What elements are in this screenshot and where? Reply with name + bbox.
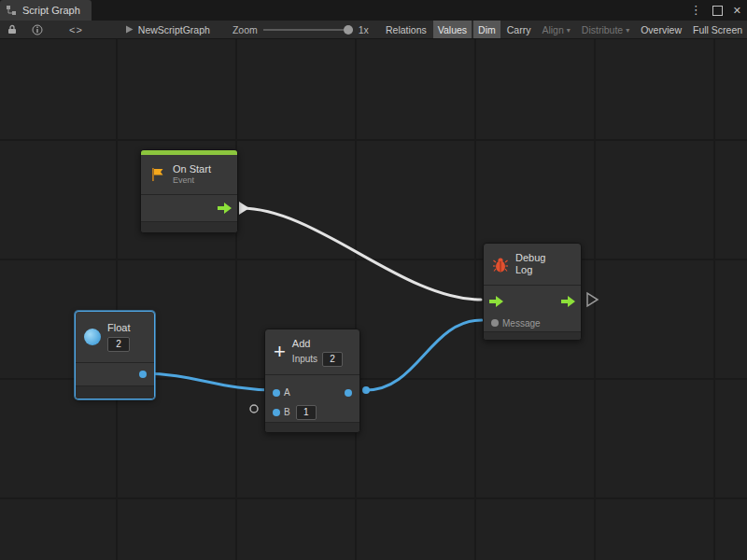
- port-row-b: B 1: [265, 402, 359, 422]
- node-title: Float: [107, 322, 130, 334]
- carry-button[interactable]: Carry: [502, 21, 536, 39]
- chevron-down-icon: ▾: [567, 26, 571, 35]
- node-float-ports: [76, 362, 154, 386]
- wire-add-to-debug[interactable]: [366, 320, 482, 390]
- node-debug-log[interactable]: Debug Log Message: [483, 243, 582, 341]
- float-output-port[interactable]: [139, 371, 147, 378]
- tab-bar: Script Graph ⋮ ✕: [0, 0, 747, 21]
- wire-float-to-add[interactable]: [144, 373, 274, 390]
- wire-onstart-to-debug[interactable]: [241, 208, 481, 300]
- flow-row: [484, 290, 581, 313]
- node-title: On Start: [173, 163, 211, 175]
- node-subtitle: Event: [173, 175, 211, 186]
- inputs-label: Inputs: [292, 354, 317, 364]
- zoom-value: 1x: [359, 24, 369, 35]
- chevron-down-icon: ▾: [626, 26, 629, 35]
- port-a-label: A: [284, 387, 290, 398]
- dim-button[interactable]: Dim: [473, 21, 500, 39]
- distribute-label: Distribute: [582, 24, 623, 35]
- node-subtitle: Log: [515, 264, 545, 276]
- node-on-start-ports: [141, 194, 237, 222]
- distribute-button[interactable]: Distribute ▾: [577, 21, 634, 39]
- node-title: Add: [292, 338, 343, 350]
- add-input-b-port[interactable]: [273, 409, 280, 416]
- wire-start-arrow: [239, 202, 249, 215]
- node-float[interactable]: Float 2: [75, 311, 155, 399]
- node-add-ports: A B 1: [265, 374, 359, 423]
- inputs-count-field[interactable]: 2: [322, 352, 343, 367]
- graph-asset-icon: [124, 24, 134, 35]
- node-on-start-header: On Start Event: [141, 155, 237, 194]
- plus-icon: +: [274, 343, 286, 361]
- zoom-label: Zoom: [233, 24, 258, 35]
- wires-layer: [0, 39, 747, 560]
- node-add-header: + Add Inputs 2: [265, 329, 359, 374]
- node-float-header: Float 2: [76, 312, 154, 362]
- maximize-icon[interactable]: [712, 6, 723, 16]
- node-footer: [484, 332, 581, 340]
- unconnected-port-circle[interactable]: [250, 405, 258, 413]
- script-graph-window: Script Graph ⋮ ✕ <> NewScriptGraph Zoom …: [0, 0, 747, 560]
- node-debug-ports: Message: [484, 285, 581, 332]
- window-menu-icon[interactable]: ⋮: [690, 0, 702, 21]
- relations-button[interactable]: Relations: [381, 21, 431, 39]
- message-input-port[interactable]: [491, 319, 499, 327]
- graph-name: NewScriptGraph: [138, 24, 210, 35]
- node-title: Debug: [515, 252, 545, 264]
- message-port-label: Message: [502, 318, 541, 329]
- align-label: Align: [542, 24, 563, 35]
- flow-in-port[interactable]: [489, 296, 503, 307]
- port-b-label: B: [284, 407, 290, 417]
- float-value-field[interactable]: 2: [107, 337, 130, 352]
- zoom-handle[interactable]: [344, 25, 353, 35]
- close-icon[interactable]: ✕: [733, 0, 741, 21]
- node-debug-header: Debug Log: [484, 244, 581, 285]
- graph-canvas[interactable]: On Start Event Float 2: [0, 39, 747, 560]
- add-input-a-port[interactable]: [273, 389, 280, 397]
- script-graph-icon: [6, 5, 17, 16]
- toolbar-buttons: Relations Values Dim Carry Align ▾ Distr…: [381, 21, 747, 39]
- values-button[interactable]: Values: [433, 21, 472, 39]
- zoom-track[interactable]: [263, 29, 353, 31]
- bug-icon: [492, 257, 509, 273]
- fullscreen-button[interactable]: Full Screen: [688, 21, 747, 39]
- node-footer: [141, 222, 237, 232]
- node-add[interactable]: + Add Inputs 2 A B 1: [264, 329, 360, 433]
- flow-out-port[interactable]: [218, 203, 232, 214]
- tab-script-graph[interactable]: Script Graph: [0, 0, 92, 21]
- node-footer: [265, 423, 359, 432]
- port-row-a: A: [265, 383, 359, 402]
- info-icon[interactable]: [32, 24, 43, 35]
- align-button[interactable]: Align ▾: [537, 21, 574, 39]
- float-value-icon: [84, 329, 101, 345]
- port-b-value-field[interactable]: 1: [296, 405, 317, 420]
- lock-icon[interactable]: [7, 24, 17, 35]
- flow-out-port[interactable]: [561, 296, 575, 307]
- wire-start-dot: [362, 386, 370, 394]
- window-controls: ⋮ ✕: [690, 0, 741, 21]
- node-on-start[interactable]: On Start Event: [140, 149, 238, 233]
- flow-continue-triangle: [587, 293, 598, 306]
- add-output-port[interactable]: [345, 389, 352, 397]
- tab-title: Script Graph: [22, 5, 80, 16]
- port-row-message: Message: [484, 313, 581, 333]
- code-icon[interactable]: <>: [69, 24, 83, 35]
- node-footer: [76, 386, 154, 399]
- graph-toolbar: <> NewScriptGraph Zoom 1x Relations Valu…: [0, 21, 747, 39]
- zoom-slider[interactable]: [263, 24, 353, 35]
- overview-button[interactable]: Overview: [636, 21, 686, 39]
- flag-icon: [149, 166, 166, 183]
